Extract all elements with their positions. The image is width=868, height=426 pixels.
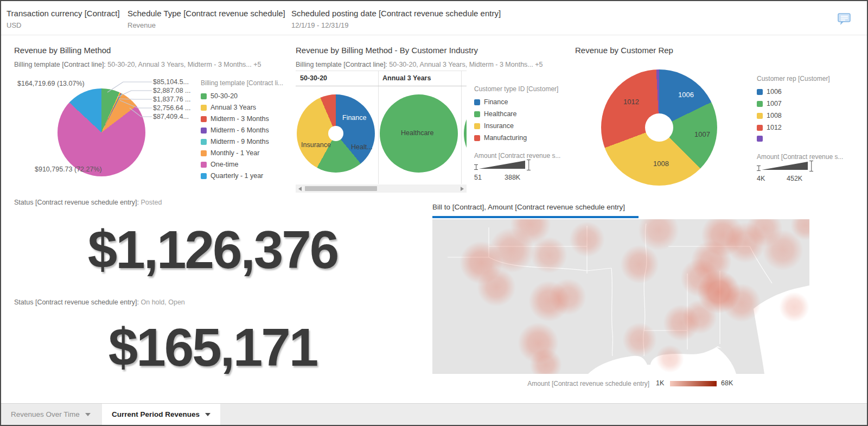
kpi-status-value: Posted [141, 199, 162, 206]
legend-item[interactable]: Annual 3 Years [201, 104, 256, 111]
size-legend-wedge [762, 162, 808, 170]
pie-label-quarterly: $164,719.69 (13.07%) [17, 80, 85, 87]
legend-item[interactable]: 1006 [757, 88, 782, 96]
panel-title: Revenue by Customer Rep [575, 46, 673, 55]
panel-subtitle: Billing template [Contract line]: 50-30-… [296, 61, 542, 68]
map-legend-max: 68K [721, 379, 733, 387]
size-legend-max-bar [527, 160, 531, 170]
legend-item[interactable]: Finance [474, 98, 508, 106]
legend-swatch [474, 99, 480, 105]
legend-swatch [757, 136, 763, 142]
legend-swatch [201, 93, 207, 99]
panel-title: Revenue by Billing Method - By Customer … [296, 46, 478, 55]
legend-item[interactable]: One-time [201, 161, 238, 168]
subtitle-field: Billing template [Contract line]: [296, 61, 387, 68]
pie-label-midterm9: $2,756.64 ... [153, 104, 191, 112]
size-legend-min-bar [474, 164, 478, 170]
scroll-left-icon[interactable] [298, 187, 302, 191]
slice-label-1008: 1008 [653, 160, 669, 168]
legend-item[interactable]: 1012 [757, 124, 782, 131]
filter-label: Transaction currency [Contract] [7, 9, 120, 18]
slice-label-1007: 1007 [694, 130, 710, 138]
size-legend-max: 388K [505, 174, 520, 181]
legend-item[interactable] [757, 136, 767, 142]
tab-current-period-revenues[interactable]: Current Period Revenues [102, 404, 220, 425]
legend-item[interactable]: 1008 [757, 112, 782, 119]
heat-gradient-bar [670, 381, 717, 386]
legend-swatch [474, 111, 480, 117]
legend-title: Customer rep [Customer] [757, 75, 830, 82]
legend-swatch [757, 101, 763, 107]
size-legend-wedge [479, 161, 525, 169]
legend-item[interactable]: 50-30-20 [201, 92, 238, 100]
legend-swatch [201, 116, 207, 122]
legend-item[interactable]: Midterm - 3 Months [201, 115, 269, 123]
kpi-status-label: Status [Contract revenue schedule entry]… [14, 199, 139, 206]
tab-label: Revenues Over Time [11, 410, 80, 418]
slice-label-insurance: Insurance [301, 141, 331, 149]
legend-item[interactable]: Manufacturing [474, 134, 527, 142]
legend-item[interactable]: 1007 [757, 100, 782, 107]
kpi-status-line: Status [Contract revenue schedule entry]… [14, 298, 185, 306]
tab-revenues-over-time[interactable]: Revenues Over Time [1, 404, 100, 425]
legend-swatch [201, 173, 207, 179]
legend-item[interactable]: Quarterly - 1 year [201, 172, 263, 180]
legend-item[interactable]: Midterm - 9 Months [201, 138, 269, 145]
comment-icon[interactable] [837, 12, 852, 26]
legend-swatch [201, 128, 207, 133]
kpi-onhold-amount: $165,171 [23, 317, 403, 378]
subtitle-values: 50-30-20, Annual 3 Years, Midterm - 3 Mo… [389, 61, 542, 68]
size-legend-min: 4K [757, 175, 765, 182]
kpi-status-line: Status [Contract revenue schedule entry]… [14, 199, 162, 206]
legend-item[interactable]: Healthcare [474, 110, 516, 118]
pie-label-monthly: $87,409.4... [153, 113, 189, 120]
caret-down-icon[interactable] [205, 413, 210, 416]
slice-label-1012: 1012 [623, 98, 639, 106]
legend-swatch [201, 105, 207, 111]
legend-item[interactable]: Midterm - 6 Months [201, 126, 269, 134]
column-header: 50-30-20 [300, 74, 327, 82]
industry-pie-partial[interactable] [464, 94, 467, 173]
filter-label: Schedule Type [Contract revenue schedule… [127, 9, 285, 18]
donut-hole [645, 113, 673, 142]
filter-label: Scheduled posting date [Contract revenue… [291, 9, 501, 18]
size-legend-max-bar [809, 161, 813, 171]
filter-value: USD [7, 21, 120, 29]
pie-label-midterm6: $1,837.76 ... [153, 96, 191, 103]
sheet-tab-bar: Revenues Over Time Current Period Revenu… [1, 403, 867, 425]
slice-label-healthcare-full: Healthcare [401, 129, 433, 137]
size-legend-title: Amount [Contract revenue s... [474, 152, 560, 160]
scroll-right-icon[interactable] [461, 187, 464, 191]
dashboard: Transaction currency [Contract] USD Sche… [0, 0, 868, 426]
legend-item[interactable]: Insurance [474, 122, 514, 130]
pie-label-503020: $85,104.5... [153, 78, 189, 86]
legend-item[interactable]: Monthly - 1 Year [201, 149, 259, 157]
caret-down-icon[interactable] [85, 413, 91, 416]
heat-map[interactable] [432, 219, 809, 374]
slice-label-healthcare: Healt... [351, 143, 373, 151]
divider [1, 35, 867, 35]
size-legend-min: 51 [474, 174, 482, 181]
panel-subtitle: Billing template [Contract line]: 50-30-… [14, 61, 261, 68]
filter-posting-date[interactable]: Scheduled posting date [Contract revenue… [291, 9, 501, 29]
size-legend-max: 452K [787, 175, 802, 182]
legend-swatch [757, 125, 763, 131]
filter-schedule-type[interactable]: Schedule Type [Contract revenue schedule… [127, 9, 285, 29]
legend-swatch [474, 135, 480, 141]
legend-swatch [201, 162, 207, 168]
legend-swatch [757, 89, 763, 95]
header-underline [296, 86, 467, 86]
legend-title: Billing template [Contract li... [201, 79, 283, 87]
kpi-posted-amount: $1,126,376 [23, 219, 403, 281]
heat-blob-layer [432, 219, 809, 374]
pie-label-onetime: $910,795.73 (72.27%) [35, 166, 102, 173]
scrollbar-thumb[interactable] [305, 186, 377, 191]
filter-transaction-currency[interactable]: Transaction currency [Contract] USD [7, 9, 120, 29]
map-legend-min: 1K [656, 379, 664, 387]
legend-swatch [757, 113, 763, 119]
small-multiples-box: 50-30-20 Annual 3 Years [296, 71, 467, 193]
pie-label-midterm3: $2,887.08 ... [153, 87, 191, 94]
horizontal-scrollbar[interactable] [296, 185, 467, 193]
legend-title: Customer type ID [Customer] [474, 85, 558, 93]
legend-swatch [474, 123, 480, 129]
